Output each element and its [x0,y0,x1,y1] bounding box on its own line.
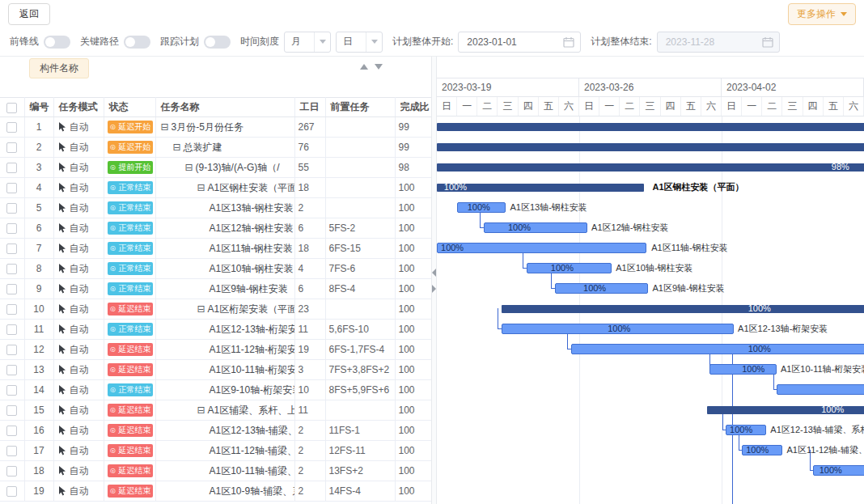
auto-schedule-icon [57,183,66,193]
task-name: A1区10-11轴-辅梁、系杆、 [155,461,294,481]
row-checkbox[interactable] [6,446,17,456]
table-row[interactable]: 19自动⊙ 延迟结束A1区10-9轴-辅梁、系杆、214FS-4100 [0,481,431,502]
collapse-icon[interactable]: ⊟ [185,162,193,173]
collapse-right-icon[interactable] [432,285,436,293]
task-id: 16 [24,421,53,441]
row-checkbox[interactable] [6,466,17,476]
progress-label: 100% [551,258,574,278]
plan-start-value: 2023-01-01 [459,36,563,48]
table-row[interactable]: 1自动⊙ 延迟开始⊟3月份-5月份任务26799 [0,117,431,138]
row-checkbox[interactable] [6,122,17,133]
gantt-bar-task[interactable] [777,384,864,395]
task-id: 7 [24,239,53,259]
task-mode: 自动 [53,198,104,218]
row-checkbox[interactable] [6,163,17,173]
task-mode: 自动 [53,259,104,279]
collapse-icon[interactable]: ⊟ [197,303,205,315]
status-badge: ⊙ 正常结束 [108,222,154,235]
gantt-bar-summary[interactable] [437,163,864,172]
table-row[interactable]: 12自动⊙ 延迟结束A1区11-12轴-桁架安装196FS-1,7FS-4100 [0,340,431,360]
task-id: 11 [24,320,53,340]
week-header: 2023-03-19 [437,78,579,96]
task-id: 19 [24,481,53,502]
collapse-left-icon[interactable] [432,269,436,277]
table-row[interactable]: 7自动⊙ 正常结束A1区11轴-钢柱安装186FS-15100 [0,239,431,259]
table-row[interactable]: 8自动⊙ 正常结束A1区10轴-钢柱安装47FS-6100 [0,259,431,279]
gantt-bar-summary[interactable] [437,184,644,192]
gantt-bar-task[interactable] [571,344,864,354]
row-checkbox[interactable] [6,183,17,193]
scale-major-select[interactable]: 月 [284,32,331,53]
front-line-toggle[interactable] [44,36,70,49]
table-row[interactable]: 11自动⊙ 正常结束A1区12-13轴-桁架安装115,6FS-10100 [0,320,431,340]
table-row[interactable]: 15自动⊙ 延迟结束⊟A1区辅梁、系杆、上下11100 [0,400,431,421]
table-row[interactable]: 14自动⊙ 正常结束A1区9-10轴-桁架安装108FS+5,9FS+6100 [0,380,431,400]
row-checkbox[interactable] [6,304,17,315]
row-checkbox[interactable] [6,203,17,214]
tracking-plan-toggle[interactable] [204,36,231,49]
auto-schedule-icon [57,324,66,334]
table-row[interactable]: 3自动⊙ 提前开始⊟(9-13)轴/(A-G)轴（/5598 [0,158,431,178]
scale-minor-select[interactable]: 日 [336,32,383,53]
task-days: 4 [294,259,325,279]
critical-path-toggle[interactable] [124,36,150,49]
gantt-bar-task[interactable] [484,222,587,233]
row-checkbox[interactable] [6,284,17,294]
tab-component-name[interactable]: 构件名称 [29,58,89,78]
row-checkbox[interactable] [6,385,17,396]
panel-splitter[interactable] [431,57,437,504]
plan-start-input[interactable]: 2023-01-01 [458,32,581,53]
progress-label: 100% [821,400,844,420]
sort-up-icon[interactable] [360,64,368,70]
gantt-bar-summary[interactable] [437,123,864,131]
task-progress: 100 [395,461,431,481]
gantt-bar-task[interactable] [437,243,646,253]
task-progress: 100 [395,320,431,340]
table-row[interactable]: 6自动⊙ 正常结束A1区12轴-钢柱安装65FS-2100 [0,218,431,239]
collapse-icon[interactable]: ⊟ [161,121,169,133]
task-predecessor: 5,6FS-10 [325,320,395,340]
sort-down-icon[interactable] [375,64,383,70]
auto-schedule-icon [57,304,66,314]
table-row[interactable]: 4自动⊙ 正常结束⊟A1区钢柱安装（平面）18100 [0,178,431,198]
row-checkbox[interactable] [6,244,17,254]
row-checkbox[interactable] [6,486,17,497]
task-name: A1区11-12轴-桁架安装 [155,340,294,360]
task-table: 编号 任务模式 状态 任务名称 工日 前置任务 完成比 1自动⊙ 延迟开始⊟3月… [0,97,432,502]
table-row[interactable]: 2自动⊙ 延迟开始⊟总装扩建7699 [0,138,431,158]
table-row[interactable]: 13自动⊙ 延迟结束A1区10-11轴-桁架安装37FS+3,8FS+2100 [0,360,431,380]
row-checkbox[interactable] [6,345,17,355]
table-row[interactable]: 10自动⊙ 延迟结束⊟A1区桁架安装（平面）23100 [0,299,431,320]
task-mode: 自动 [53,178,104,198]
row-checkbox[interactable] [6,405,17,416]
row-checkbox[interactable] [6,426,17,436]
task-name: ⊟A1区桁架安装（平面） [155,299,294,320]
gantt-bar-summary[interactable] [437,143,864,151]
table-row[interactable]: 16自动⊙ 延迟结束A1区12-13轴-辅梁、系杆、211FS-1100 [0,421,431,441]
gantt-bar-summary[interactable] [502,305,864,313]
collapse-icon[interactable]: ⊟ [173,142,181,153]
task-mode: 自动 [53,360,104,380]
task-mode: 自动 [53,380,104,400]
table-row[interactable]: 17自动⊙ 延迟结束A1区11-12轴-辅梁、系杆、212FS-11100 [0,441,431,461]
task-mode: 自动 [53,421,104,441]
table-row[interactable]: 9自动⊙ 正常结束A1区9轴-钢柱安装68FS-4100 [0,279,431,299]
task-name: ⊟总装扩建 [155,138,294,158]
collapse-icon[interactable]: ⊟ [197,182,205,193]
task-predecessor: 14FS-4 [325,481,395,502]
select-all-checkbox[interactable] [6,103,17,113]
task-progress: 100 [395,239,431,259]
row-checkbox[interactable] [6,324,17,335]
row-checkbox[interactable] [6,142,17,153]
gantt-days-row: 日一二三四五六日一二三四五六日一二三四五六 [437,97,864,116]
table-row[interactable]: 5自动⊙ 正常结束A1区13轴-钢柱安装2100 [0,198,431,218]
collapse-icon[interactable]: ⊟ [197,404,205,416]
table-row[interactable]: 18自动⊙ 延迟结束A1区10-11轴-辅梁、系杆、213FS+2100 [0,461,431,481]
task-days: 2 [294,421,325,441]
row-checkbox[interactable] [6,264,17,274]
row-checkbox[interactable] [6,365,17,375]
row-checkbox[interactable] [6,223,17,234]
back-button[interactable]: 返回 [8,3,50,25]
status-badge: ⊙ 延迟结束 [108,485,154,498]
more-actions-button[interactable]: 更多操作 [788,3,856,25]
